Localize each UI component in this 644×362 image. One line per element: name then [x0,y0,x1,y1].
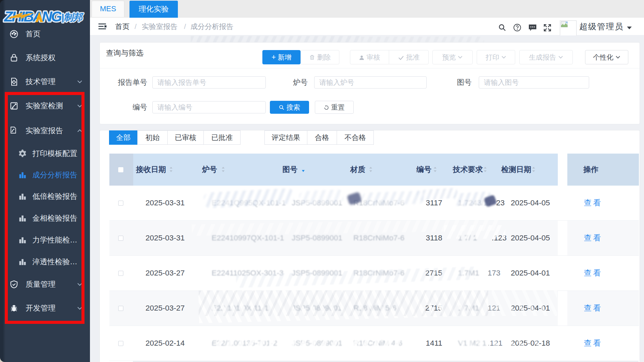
svg-text:|制邦: |制邦 [61,12,84,22]
